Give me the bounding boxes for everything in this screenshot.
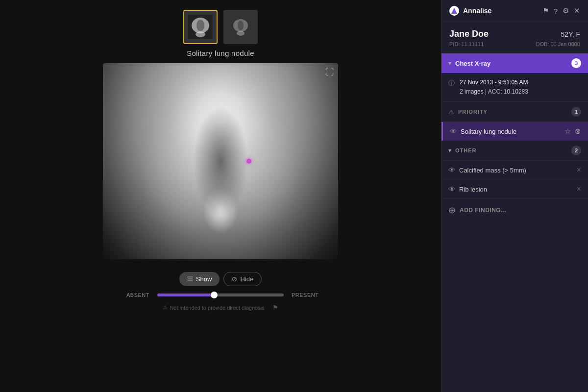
- finding-row-rib[interactable]: 👁 Rib lesion ×: [441, 180, 588, 199]
- other-section-header[interactable]: ▾ OTHER 2: [441, 141, 588, 161]
- show-button[interactable]: ☰ Show: [179, 272, 220, 286]
- help-icon[interactable]: ?: [554, 7, 558, 15]
- priority-label: PRIORITY: [458, 109, 567, 115]
- flag-icon-bottom[interactable]: ⚑: [272, 304, 278, 311]
- panel-title: Annalise: [463, 7, 539, 15]
- absent-label: ABSENT: [122, 292, 149, 298]
- hide-label: Hide: [240, 275, 253, 283]
- fullscreen-icon[interactable]: ⛶: [325, 67, 334, 77]
- patient-info: Jane Doe 52Y, F PID: 11.11111 DOB: 00 Ja…: [441, 22, 588, 53]
- main-viewer: Solitary lung nodule ⛶ ☰ Show ⊘ Hide ABS…: [0, 0, 441, 392]
- patient-meta: PID: 11.11111 DOB: 00 Jan 0000: [449, 41, 580, 47]
- annalise-logo: [449, 6, 459, 16]
- show-label: Show: [196, 275, 212, 283]
- other-badge: 2: [571, 146, 581, 155]
- svg-point-3: [196, 31, 205, 37]
- finding-rib-label: Rib lesion: [459, 186, 573, 193]
- finding-calcified-label: Calcified mass (> 5mm): [459, 167, 573, 174]
- priority-icon: ⚠: [448, 108, 454, 116]
- slider-handle[interactable]: [211, 292, 218, 298]
- add-finding-label: ADD FINDING...: [460, 207, 507, 214]
- patient-name-row: Jane Doe 52Y, F: [449, 29, 580, 39]
- study-meta: ⓘ 27 Nov 2013 - 9:51:05 AM 2 images | AC…: [441, 73, 588, 102]
- xray-image: ⛶: [103, 63, 338, 259]
- study-datetime: 27 Nov 2013 - 9:51:05 AM: [460, 78, 528, 87]
- confidence-slider-row: ABSENT PRESENT: [122, 292, 318, 298]
- priority-row: ⚠ PRIORITY 1: [441, 102, 588, 122]
- chevron-down-icon: ▾: [448, 60, 451, 67]
- active-finding-label: Solitary lung nodule: [461, 128, 561, 135]
- svg-point-7: [237, 31, 245, 36]
- info-icon: ⓘ: [448, 79, 455, 88]
- thumbnail-2[interactable]: [223, 10, 258, 44]
- chest-xray-label: Chest X-ray: [455, 60, 567, 67]
- warning-icon: ⚠: [163, 304, 168, 311]
- disclaimer-text: ⚠ Not intended to provide direct diagnos…: [163, 304, 264, 311]
- other-label: OTHER: [455, 147, 567, 153]
- patient-pid: PID: 11.11111: [449, 41, 484, 47]
- slider-fill: [157, 294, 214, 296]
- eye-calcified-icon[interactable]: 👁: [448, 166, 455, 174]
- add-finding-icon: ⊕: [448, 205, 456, 216]
- flag-icon[interactable]: ⚑: [542, 6, 549, 15]
- eye-active-icon[interactable]: 👁: [450, 127, 457, 135]
- settings-icon[interactable]: ⚙: [563, 6, 569, 15]
- star-icon[interactable]: ☆: [564, 127, 571, 136]
- study-section: ▾ Chest X-ray 3 ⓘ 27 Nov 2013 - 9:51:05 …: [441, 53, 588, 392]
- show-hide-controls: ☰ Show ⊘ Hide: [179, 272, 262, 286]
- close-icon[interactable]: ✕: [574, 6, 580, 15]
- close-circle-icon[interactable]: ⊗: [575, 127, 581, 136]
- svg-point-2: [196, 20, 204, 31]
- svg-point-6: [238, 21, 244, 30]
- svg-marker-8: [451, 8, 457, 14]
- patient-dob: DOB: 00 Jan 0000: [536, 41, 580, 47]
- thumbnail-1[interactable]: [183, 10, 218, 44]
- eye-rib-icon[interactable]: 👁: [448, 185, 455, 193]
- xray-container: ⛶: [103, 63, 338, 259]
- study-meta-text: 27 Nov 2013 - 9:51:05 AM 2 images | ACC:…: [460, 78, 528, 97]
- hide-button[interactable]: ⊘ Hide: [223, 272, 262, 286]
- close-rib-icon[interactable]: ×: [577, 185, 581, 194]
- chest-xray-badge: 3: [571, 58, 581, 68]
- close-calcified-icon[interactable]: ×: [577, 166, 581, 174]
- present-label: PRESENT: [292, 292, 318, 298]
- right-panel: Annalise ⚑ ? ⚙ ✕ Jane Doe 52Y, F PID: 11…: [441, 0, 588, 392]
- patient-age-sex: 52Y, F: [561, 30, 580, 38]
- patient-name: Jane Doe: [449, 29, 489, 39]
- chest-xray-header[interactable]: ▾ Chest X-ray 3: [441, 53, 588, 73]
- other-chevron-icon: ▾: [448, 147, 451, 154]
- thumbnail-row: [183, 10, 258, 44]
- add-finding-row[interactable]: ⊕ ADD FINDING...: [441, 199, 588, 221]
- finding-row-calcified[interactable]: 👁 Calcified mass (> 5mm) ×: [441, 161, 588, 180]
- hide-icon: ⊘: [232, 275, 237, 283]
- panel-header: Annalise ⚑ ? ⚙ ✕: [441, 0, 588, 22]
- active-finding-row[interactable]: 👁 Solitary lung nodule ☆ ⊗: [441, 122, 588, 141]
- image-label: Solitary lung nodule: [187, 49, 254, 57]
- panel-icons: ⚑ ? ⚙ ✕: [542, 6, 580, 15]
- nodule-marker: [246, 159, 251, 164]
- active-finding-actions: ☆ ⊗: [564, 127, 581, 136]
- study-images-acc: 2 images | ACC: 10.10283: [460, 87, 528, 97]
- bottom-bar: ☰ Show ⊘ Hide ABSENT PRESENT ⚠ Not inten…: [0, 264, 441, 316]
- confidence-slider[interactable]: [157, 294, 284, 296]
- priority-badge: 1: [571, 107, 581, 117]
- show-icon: ☰: [187, 275, 193, 283]
